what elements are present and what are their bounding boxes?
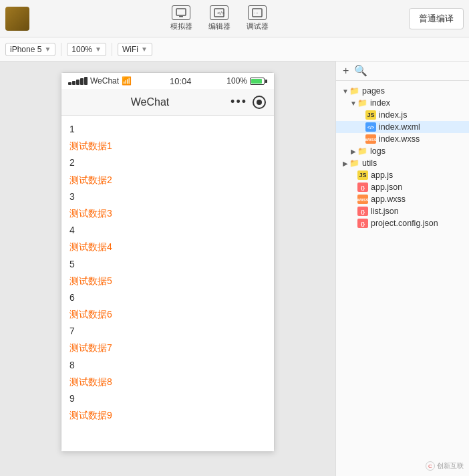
list-item-6: 6 测试数据6	[69, 289, 266, 323]
tree-item-app-json[interactable]: {} app.json	[336, 181, 469, 193]
debugger-btn[interactable]: ··· 调试器	[240, 3, 275, 34]
list-item-3: 3 测试数据3	[69, 189, 266, 222]
app-header-right: •••	[230, 95, 266, 109]
list-item-4: 4 测试数据4	[69, 222, 266, 255]
utils-label: utils	[362, 158, 377, 168]
status-time: 10:04	[134, 76, 226, 86]
battery-tip	[265, 80, 267, 83]
tree-item-logs[interactable]: ▶ 📁 logs	[336, 145, 469, 157]
carrier-name: WeChat	[90, 76, 119, 86]
device-name: iPhone 5	[10, 45, 41, 54]
wxml-icon-index: </>	[365, 122, 376, 132]
status-bar: WeChat 📶 10:04 100%	[61, 73, 274, 89]
wxss-icon-index: wxss	[365, 134, 376, 144]
search-button[interactable]: 🔍	[354, 66, 367, 76]
tree-item-pages[interactable]: ▼ 📁 pages	[336, 85, 469, 97]
app-header: WeChat •••	[61, 89, 274, 116]
battery-icon	[250, 78, 267, 85]
list-item-5: 5 测试数据5	[69, 256, 266, 289]
debugger-label: 调试器	[247, 21, 269, 31]
simulator-btn[interactable]: 模拟器	[164, 3, 199, 34]
signal-dot-2	[72, 81, 75, 85]
item-2-data: 测试数据2	[69, 172, 266, 189]
svg-text:</>: </>	[217, 10, 224, 16]
tree-item-list-json[interactable]: {} list.json	[336, 205, 469, 217]
tree-item-utils[interactable]: ▶ 📁 utils	[336, 157, 469, 169]
json-icon-app: {}	[357, 183, 368, 192]
item-9-number: 9	[69, 390, 266, 407]
list-json-label: list.json	[371, 207, 399, 216]
item-9-data: 测试数据9	[69, 407, 266, 424]
watermark-text: 创新互联	[437, 461, 464, 471]
index-js-label: index.js	[379, 110, 407, 120]
signal-indicator	[68, 77, 88, 85]
avatar	[5, 7, 29, 31]
item-4-number: 4	[69, 222, 266, 239]
svg-rect-0	[176, 9, 186, 15]
svg-text:···: ···	[254, 10, 259, 16]
app-title: WeChat	[69, 96, 230, 108]
item-3-data: 测试数据3	[69, 205, 266, 222]
index-label: index	[370, 98, 390, 108]
js-icon-app: JS	[357, 170, 368, 180]
battery-percentage: 100%	[226, 76, 247, 86]
signal-dot-1	[68, 82, 71, 85]
json-icon-project: {}	[357, 219, 368, 228]
tree-item-app-js[interactable]: JS app.js	[336, 169, 469, 181]
simulator-label: 模拟器	[170, 21, 192, 31]
battery-body	[250, 78, 265, 85]
phone-frame: WeChat 📶 10:04 100% WeChat •••	[61, 72, 275, 452]
project-config-label: project.config.json	[371, 219, 438, 228]
tree-item-index[interactable]: ▼ 📁 index	[336, 97, 469, 109]
folder-icon-logs: 📁	[357, 146, 367, 156]
more-icon[interactable]: •••	[230, 95, 247, 109]
item-6-data: 测试数据6	[69, 306, 266, 323]
record-icon[interactable]	[253, 96, 266, 109]
js-icon-index: JS	[365, 110, 376, 120]
arrow-pages: ▼	[341, 88, 349, 95]
file-panel: + 🔍 ▼ 📁 pages ▼ 📁 index JS	[335, 62, 469, 476]
editor-btn[interactable]: </> 编辑器	[202, 3, 237, 34]
file-tree: ▼ 📁 pages ▼ 📁 index JS index.js	[336, 81, 469, 476]
list-item-1: 1 测试数据1	[69, 121, 266, 154]
signal-dot-4	[80, 78, 84, 85]
list-item-8: 8 测试数据8	[69, 357, 266, 390]
item-2-number: 2	[69, 154, 266, 171]
zoom-value: 100%	[71, 45, 92, 54]
tree-item-index-wxml[interactable]: </> index.wxml	[336, 121, 469, 133]
battery-fill	[251, 79, 262, 84]
tree-item-app-wxss[interactable]: wxss app.wxss	[336, 193, 469, 205]
folder-icon-index: 📁	[357, 98, 367, 108]
item-3-number: 3	[69, 189, 266, 205]
debugger-icon: ···	[248, 5, 267, 20]
item-7-number: 7	[69, 323, 266, 340]
item-6-number: 6	[69, 289, 266, 306]
device-bar: iPhone 5 ▼ 100% ▼ WiFi ▼	[0, 37, 469, 62]
app-content: 1 测试数据1 2 测试数据2 3 测试数据3 4 测试数据4 5 测试数据	[61, 116, 274, 451]
device-selector[interactable]: iPhone 5 ▼	[5, 43, 55, 56]
tree-item-index-wxss[interactable]: wxss index.wxss	[336, 133, 469, 145]
network-chevron-icon: ▼	[141, 45, 148, 53]
index-wxml-label: index.wxml	[379, 122, 420, 132]
signal-dot-3	[76, 80, 80, 85]
watermark-logo: C	[426, 461, 435, 471]
compile-button[interactable]: 普通编译	[409, 8, 464, 29]
tree-item-index-js[interactable]: JS index.js	[336, 109, 469, 121]
network-selector[interactable]: WiFi ▼	[118, 43, 152, 56]
index-wxss-label: index.wxss	[379, 134, 420, 144]
app-json-label: app.json	[371, 183, 402, 192]
editor-label: 编辑器	[208, 21, 230, 31]
item-8-number: 8	[69, 357, 266, 374]
wifi-icon: 📶	[122, 76, 132, 86]
svg-rect-1	[179, 16, 183, 17]
device-chevron-icon: ▼	[44, 45, 51, 53]
add-file-button[interactable]: +	[343, 66, 349, 76]
zoom-selector[interactable]: 100% ▼	[67, 43, 106, 56]
item-5-data: 测试数据5	[69, 273, 266, 289]
folder-icon-pages: 📁	[349, 86, 359, 96]
item-4-data: 测试数据4	[69, 239, 266, 255]
item-8-data: 测试数据8	[69, 374, 266, 390]
tree-item-project-config[interactable]: {} project.config.json	[336, 217, 469, 229]
file-panel-toolbar: + 🔍	[336, 62, 469, 81]
list-item-2: 2 测试数据2	[69, 154, 266, 188]
